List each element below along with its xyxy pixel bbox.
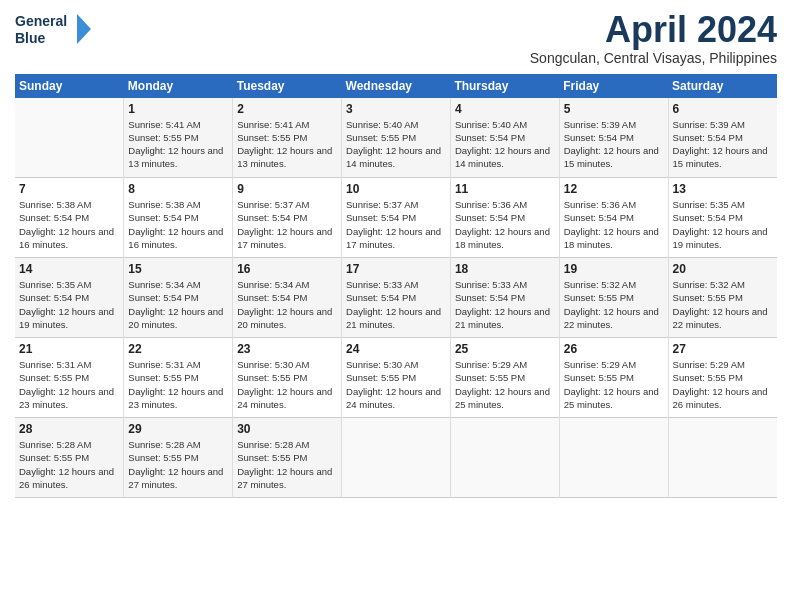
day-info: Sunrise: 5:33 AM Sunset: 5:54 PM Dayligh… bbox=[346, 278, 446, 331]
day-number: 27 bbox=[673, 342, 773, 356]
svg-text:General: General bbox=[15, 13, 67, 29]
svg-text:Blue: Blue bbox=[15, 30, 46, 46]
logo-svg: GeneralBlue bbox=[15, 10, 95, 48]
week-row-1: 7Sunrise: 5:38 AM Sunset: 5:54 PM Daylig… bbox=[15, 178, 777, 258]
day-info: Sunrise: 5:30 AM Sunset: 5:55 PM Dayligh… bbox=[346, 358, 446, 411]
day-number: 8 bbox=[128, 182, 228, 196]
calendar-cell: 29Sunrise: 5:28 AM Sunset: 5:55 PM Dayli… bbox=[124, 418, 233, 498]
weekday-header-wednesday: Wednesday bbox=[342, 74, 451, 98]
day-info: Sunrise: 5:34 AM Sunset: 5:54 PM Dayligh… bbox=[128, 278, 228, 331]
day-info: Sunrise: 5:28 AM Sunset: 5:55 PM Dayligh… bbox=[128, 438, 228, 491]
calendar-cell: 6Sunrise: 5:39 AM Sunset: 5:54 PM Daylig… bbox=[668, 98, 777, 178]
day-number: 11 bbox=[455, 182, 555, 196]
day-number: 17 bbox=[346, 262, 446, 276]
day-info: Sunrise: 5:35 AM Sunset: 5:54 PM Dayligh… bbox=[673, 198, 773, 251]
day-info: Sunrise: 5:38 AM Sunset: 5:54 PM Dayligh… bbox=[19, 198, 119, 251]
calendar-cell: 11Sunrise: 5:36 AM Sunset: 5:54 PM Dayli… bbox=[450, 178, 559, 258]
day-info: Sunrise: 5:32 AM Sunset: 5:55 PM Dayligh… bbox=[564, 278, 664, 331]
day-info: Sunrise: 5:36 AM Sunset: 5:54 PM Dayligh… bbox=[455, 198, 555, 251]
week-row-0: 1Sunrise: 5:41 AM Sunset: 5:55 PM Daylig… bbox=[15, 98, 777, 178]
day-number: 5 bbox=[564, 102, 664, 116]
day-number: 9 bbox=[237, 182, 337, 196]
calendar-cell: 20Sunrise: 5:32 AM Sunset: 5:55 PM Dayli… bbox=[668, 258, 777, 338]
weekday-header-friday: Friday bbox=[559, 74, 668, 98]
calendar-cell: 27Sunrise: 5:29 AM Sunset: 5:55 PM Dayli… bbox=[668, 338, 777, 418]
day-number: 14 bbox=[19, 262, 119, 276]
day-info: Sunrise: 5:40 AM Sunset: 5:55 PM Dayligh… bbox=[346, 118, 446, 171]
calendar-cell: 7Sunrise: 5:38 AM Sunset: 5:54 PM Daylig… bbox=[15, 178, 124, 258]
day-number: 1 bbox=[128, 102, 228, 116]
title-block: April 2024 Songculan, Central Visayas, P… bbox=[530, 10, 777, 66]
day-info: Sunrise: 5:29 AM Sunset: 5:55 PM Dayligh… bbox=[673, 358, 773, 411]
day-number: 29 bbox=[128, 422, 228, 436]
day-info: Sunrise: 5:35 AM Sunset: 5:54 PM Dayligh… bbox=[19, 278, 119, 331]
day-info: Sunrise: 5:36 AM Sunset: 5:54 PM Dayligh… bbox=[564, 198, 664, 251]
day-info: Sunrise: 5:30 AM Sunset: 5:55 PM Dayligh… bbox=[237, 358, 337, 411]
day-number: 30 bbox=[237, 422, 337, 436]
calendar-cell: 13Sunrise: 5:35 AM Sunset: 5:54 PM Dayli… bbox=[668, 178, 777, 258]
calendar-cell: 25Sunrise: 5:29 AM Sunset: 5:55 PM Dayli… bbox=[450, 338, 559, 418]
calendar-cell: 18Sunrise: 5:33 AM Sunset: 5:54 PM Dayli… bbox=[450, 258, 559, 338]
page-header: GeneralBlue April 2024 Songculan, Centra… bbox=[15, 10, 777, 66]
day-info: Sunrise: 5:40 AM Sunset: 5:54 PM Dayligh… bbox=[455, 118, 555, 171]
day-info: Sunrise: 5:39 AM Sunset: 5:54 PM Dayligh… bbox=[673, 118, 773, 171]
weekday-header-thursday: Thursday bbox=[450, 74, 559, 98]
day-number: 2 bbox=[237, 102, 337, 116]
calendar-cell: 22Sunrise: 5:31 AM Sunset: 5:55 PM Dayli… bbox=[124, 338, 233, 418]
day-info: Sunrise: 5:32 AM Sunset: 5:55 PM Dayligh… bbox=[673, 278, 773, 331]
day-number: 4 bbox=[455, 102, 555, 116]
logo: GeneralBlue bbox=[15, 10, 95, 48]
day-number: 12 bbox=[564, 182, 664, 196]
day-number: 7 bbox=[19, 182, 119, 196]
calendar-cell: 12Sunrise: 5:36 AM Sunset: 5:54 PM Dayli… bbox=[559, 178, 668, 258]
day-number: 25 bbox=[455, 342, 555, 356]
day-number: 19 bbox=[564, 262, 664, 276]
calendar-cell bbox=[450, 418, 559, 498]
calendar-cell: 21Sunrise: 5:31 AM Sunset: 5:55 PM Dayli… bbox=[15, 338, 124, 418]
calendar-cell: 8Sunrise: 5:38 AM Sunset: 5:54 PM Daylig… bbox=[124, 178, 233, 258]
day-info: Sunrise: 5:31 AM Sunset: 5:55 PM Dayligh… bbox=[128, 358, 228, 411]
svg-marker-2 bbox=[77, 14, 91, 44]
calendar-cell: 17Sunrise: 5:33 AM Sunset: 5:54 PM Dayli… bbox=[342, 258, 451, 338]
calendar-cell bbox=[342, 418, 451, 498]
calendar-cell bbox=[15, 98, 124, 178]
calendar-cell: 9Sunrise: 5:37 AM Sunset: 5:54 PM Daylig… bbox=[233, 178, 342, 258]
day-info: Sunrise: 5:38 AM Sunset: 5:54 PM Dayligh… bbox=[128, 198, 228, 251]
day-info: Sunrise: 5:41 AM Sunset: 5:55 PM Dayligh… bbox=[128, 118, 228, 171]
day-number: 13 bbox=[673, 182, 773, 196]
day-number: 26 bbox=[564, 342, 664, 356]
weekday-header-row: SundayMondayTuesdayWednesdayThursdayFrid… bbox=[15, 74, 777, 98]
day-info: Sunrise: 5:41 AM Sunset: 5:55 PM Dayligh… bbox=[237, 118, 337, 171]
week-row-3: 21Sunrise: 5:31 AM Sunset: 5:55 PM Dayli… bbox=[15, 338, 777, 418]
day-number: 23 bbox=[237, 342, 337, 356]
day-info: Sunrise: 5:29 AM Sunset: 5:55 PM Dayligh… bbox=[564, 358, 664, 411]
day-info: Sunrise: 5:31 AM Sunset: 5:55 PM Dayligh… bbox=[19, 358, 119, 411]
weekday-header-saturday: Saturday bbox=[668, 74, 777, 98]
calendar-cell: 28Sunrise: 5:28 AM Sunset: 5:55 PM Dayli… bbox=[15, 418, 124, 498]
day-number: 10 bbox=[346, 182, 446, 196]
location-title: Songculan, Central Visayas, Philippines bbox=[530, 50, 777, 66]
calendar-cell bbox=[668, 418, 777, 498]
calendar-cell: 5Sunrise: 5:39 AM Sunset: 5:54 PM Daylig… bbox=[559, 98, 668, 178]
calendar-cell: 14Sunrise: 5:35 AM Sunset: 5:54 PM Dayli… bbox=[15, 258, 124, 338]
calendar-cell: 3Sunrise: 5:40 AM Sunset: 5:55 PM Daylig… bbox=[342, 98, 451, 178]
day-number: 15 bbox=[128, 262, 228, 276]
calendar-cell: 16Sunrise: 5:34 AM Sunset: 5:54 PM Dayli… bbox=[233, 258, 342, 338]
day-info: Sunrise: 5:37 AM Sunset: 5:54 PM Dayligh… bbox=[237, 198, 337, 251]
weekday-header-sunday: Sunday bbox=[15, 74, 124, 98]
day-info: Sunrise: 5:29 AM Sunset: 5:55 PM Dayligh… bbox=[455, 358, 555, 411]
day-number: 24 bbox=[346, 342, 446, 356]
day-info: Sunrise: 5:39 AM Sunset: 5:54 PM Dayligh… bbox=[564, 118, 664, 171]
weekday-header-monday: Monday bbox=[124, 74, 233, 98]
day-number: 3 bbox=[346, 102, 446, 116]
weekday-header-tuesday: Tuesday bbox=[233, 74, 342, 98]
calendar-cell bbox=[559, 418, 668, 498]
day-info: Sunrise: 5:28 AM Sunset: 5:55 PM Dayligh… bbox=[237, 438, 337, 491]
calendar-cell: 30Sunrise: 5:28 AM Sunset: 5:55 PM Dayli… bbox=[233, 418, 342, 498]
day-info: Sunrise: 5:37 AM Sunset: 5:54 PM Dayligh… bbox=[346, 198, 446, 251]
calendar-cell: 24Sunrise: 5:30 AM Sunset: 5:55 PM Dayli… bbox=[342, 338, 451, 418]
day-info: Sunrise: 5:33 AM Sunset: 5:54 PM Dayligh… bbox=[455, 278, 555, 331]
day-number: 20 bbox=[673, 262, 773, 276]
day-info: Sunrise: 5:28 AM Sunset: 5:55 PM Dayligh… bbox=[19, 438, 119, 491]
calendar-cell: 19Sunrise: 5:32 AM Sunset: 5:55 PM Dayli… bbox=[559, 258, 668, 338]
